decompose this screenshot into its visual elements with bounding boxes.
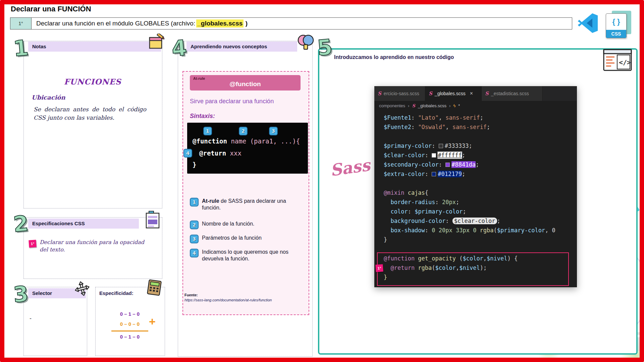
code-token: rgba (480, 227, 494, 234)
sass-file-icon: S (485, 90, 489, 97)
concept-item: 1 At-rule de SASS para declarar una func… (190, 198, 305, 211)
selector-body: - (30, 315, 32, 322)
item-text: Indicamos lo que queremos que nos devuel… (202, 249, 305, 262)
tab-globales[interactable]: S _globales.scss × (425, 86, 482, 101)
code-line: $extra-color: #012179; (374, 169, 577, 179)
code-token: $primary-color (497, 227, 545, 234)
header-text: Declarar una función en el módulo GLOBAL… (31, 17, 572, 29)
code-token: $color (435, 264, 456, 271)
code-token: #012179 (438, 171, 462, 177)
notas-title: Notas (28, 42, 161, 52)
code-token: : (445, 218, 452, 224)
sintaxis-label: Sintaxis: (190, 113, 215, 120)
section-number-4: 4 (171, 37, 187, 60)
code-token: ( (459, 255, 463, 262)
breadcrumb-file[interactable]: _globales.scss (418, 103, 446, 108)
notas-box (23, 41, 162, 208)
item-badge: 3 (190, 235, 199, 243)
syntax-badge-4: 4 (183, 149, 192, 158)
code-token: { (425, 189, 428, 196)
braces-text: { } (606, 14, 626, 30)
color-swatch (432, 153, 436, 158)
tab-estadisticas[interactable]: S _estadisticas.scss (482, 86, 543, 101)
section-number-3: 3 (12, 283, 29, 306)
calculator-icon (145, 279, 163, 297)
code-token: $nivel (459, 264, 480, 271)
fuente-link[interactable]: https://sass-lang.com/documentation/at-r… (184, 298, 272, 302)
css-label: CSS (606, 30, 626, 38)
move-arrows-icon (73, 279, 92, 298)
notas-body: Se declaran antes de todo el código CSS … (34, 105, 146, 122)
code-token: : (411, 124, 418, 130)
especificaciones-title: Especificaciones CSS (28, 219, 139, 229)
color-swatch (432, 172, 436, 176)
tab-label: _globales.scss (435, 91, 466, 96)
code-token: #8841da (451, 161, 476, 168)
code-line: @mixin cajas{ (374, 188, 577, 197)
code-token: ; (463, 208, 466, 215)
code-token: : (425, 152, 432, 159)
code-editor[interactable]: 1° $Fuente1: "Lato", sans-serif;$Fuente2… (374, 110, 577, 287)
tab-ejercicio-sass[interactable]: S ercicio-sass.scss (374, 86, 425, 101)
page-title: Declarar una FUNCIÓN (11, 5, 91, 13)
syntax-badge-2: 2 (239, 127, 248, 135)
code-token: $nivel (487, 255, 507, 262)
code-token: color (384, 208, 408, 215)
code-token: $primary-color (415, 208, 463, 215)
sticky-note-icon (148, 34, 164, 50)
code-token: ; (462, 171, 465, 177)
code-token: ; (476, 161, 479, 168)
item-bold: At-rule (202, 198, 219, 204)
header-bar: 1° Declarar una función en el módulo GLO… (10, 17, 572, 29)
code-line: } (374, 235, 577, 244)
close-icon[interactable]: × (470, 90, 473, 97)
code-token: ; (462, 152, 465, 159)
code-token: $extra-color (384, 171, 425, 177)
code-token: , (445, 124, 452, 130)
atrule-value: @function (193, 80, 297, 88)
code-token: "Oswald" (418, 124, 445, 130)
color-swatch (445, 163, 450, 167)
code-token: $clear-color (452, 218, 497, 224)
code-token: @mixin (384, 189, 408, 196)
code-token: ( (494, 227, 497, 234)
especificaciones-body: Declarar una función para la opacidad de… (40, 239, 150, 254)
code-token: ; (469, 142, 472, 149)
code-token: background-color (384, 218, 445, 224)
code-line: background-color: $clear-color; (374, 216, 577, 226)
code-token: ; (497, 218, 500, 224)
chevron-right-icon: › (449, 103, 450, 108)
especificidad-row-3: 0 – 1 – 0 (95, 334, 164, 340)
conceptos-panel (182, 71, 309, 315)
syntax-keyword: @return (199, 149, 226, 157)
code-token: } (384, 274, 387, 281)
document-icon (144, 210, 161, 229)
code-window-icon: </> (603, 49, 632, 71)
notes-page: Platzi Declarar una FUNCIÓN 1° Declarar … (0, 0, 644, 362)
code-token: border-radius (384, 199, 435, 205)
code-token: : (425, 227, 432, 234)
code-line: } (374, 273, 577, 282)
code-token: sans-serif (445, 114, 480, 121)
header-text-before: Declarar una función en el módulo GLOBAL… (36, 20, 195, 27)
code-line (374, 244, 577, 254)
code-token: , (456, 264, 459, 271)
code-token: get_opacity (418, 255, 459, 262)
code-token: rgba (418, 264, 432, 271)
syntax-line-1: @function name (para1, ...){ (193, 137, 300, 145)
item-text: At-rule de SASS para declarar una funció… (202, 198, 305, 211)
tab-label: _estadisticas.scss (491, 91, 529, 96)
syntax-keyword: @function (193, 137, 227, 145)
code-token: $primary-color (384, 142, 432, 149)
vscode-window: S ercicio-sass.scss S _globales.scss × S… (374, 86, 577, 287)
section-number-5: 5 (316, 36, 333, 59)
breadcrumb-folder[interactable]: componentes (379, 103, 405, 108)
code-token: #333333 (445, 142, 469, 149)
syntax-badge-1: 1 (203, 127, 212, 135)
code-token: ( (432, 264, 435, 271)
code-token: : (425, 171, 432, 177)
chevron-right-icon: › (408, 103, 409, 108)
code-line: @function get_opacity ($color,$nivel) { (374, 254, 577, 263)
syntax-rest: name (para1, ...){ (227, 137, 300, 145)
code-token: ; (480, 114, 483, 121)
